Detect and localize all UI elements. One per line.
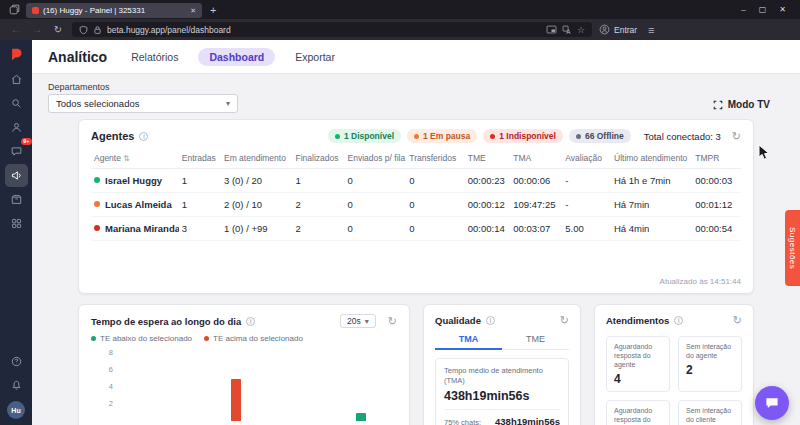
sidebar-item-search[interactable] <box>5 92 28 115</box>
main-area: Analítico Relatórios Dashboard Exportar … <box>32 40 800 425</box>
sort-icon: ⇅ <box>123 154 130 163</box>
refresh-attendance-icon[interactable]: ↻ <box>733 314 742 327</box>
status-badge-unavailable: 1 Indisponível <box>483 129 563 143</box>
huggy-favicon <box>32 7 39 14</box>
chat-bubble-icon <box>764 395 780 411</box>
info-icon[interactable]: i <box>246 317 255 326</box>
sidebar-item-help[interactable] <box>5 350 28 373</box>
agents-table-header-row: Agente⇅ Entradas Em atendimento Finaliza… <box>91 148 741 169</box>
huggy-logo[interactable] <box>7 45 25 63</box>
department-select[interactable]: Todos selecionados ▾ <box>48 94 238 113</box>
translate-icon[interactable] <box>562 25 572 35</box>
tab-exportar[interactable]: Exportar <box>295 51 335 63</box>
column-tma: TMA <box>510 148 562 169</box>
y-axis-tick-label: 6 <box>97 365 113 374</box>
sidebar-item-notifications[interactable] <box>5 374 28 397</box>
p75-label: 75% chats: <box>444 418 481 425</box>
forward-icon[interactable]: → <box>30 22 44 38</box>
shield-icon[interactable] <box>79 25 88 35</box>
lock-icon[interactable] <box>93 25 102 35</box>
page-header: Analítico Relatórios Dashboard Exportar <box>32 40 800 74</box>
cards-area: Agentes i 1 Disponível 1 Em pausa 1 Indi… <box>48 119 784 425</box>
browser-window: (16) Huggy - Painel | 325331 ✕ + – ▢ ✕ ←… <box>0 0 800 425</box>
column-entradas: Entradas <box>179 148 221 169</box>
url-text: beta.huggy.app/panel/dashboard <box>107 25 541 35</box>
attendance-stats-grid: Aguardando resposta do agente 4 Sem inte… <box>606 336 742 425</box>
agent-status-dot <box>94 177 100 183</box>
window-close-button[interactable]: ✕ <box>779 5 786 14</box>
window-maximize-button[interactable]: ▢ <box>759 5 767 14</box>
department-label: Departamentos <box>48 82 238 92</box>
tv-mode-label: Modo TV <box>728 99 770 110</box>
wait-card-title: Tempo de espera ao longo do dia <box>91 316 241 327</box>
info-icon[interactable]: i <box>139 132 148 141</box>
browser-tab[interactable]: (16) Huggy - Painel | 325331 ✕ <box>26 3 202 18</box>
tma-label: Tempo médio de atendimento (TMA) <box>444 366 560 386</box>
column-agente[interactable]: Agente⇅ <box>91 148 179 169</box>
user-avatar[interactable]: Hu <box>7 401 25 419</box>
quality-card-title: Qualidade <box>435 315 481 326</box>
profile-button[interactable]: Entrar <box>599 24 637 35</box>
wait-chart-legend: TE abaixo do selecionado TE acima do sel… <box>91 334 397 343</box>
tv-mode-button[interactable]: Modo TV <box>713 99 784 110</box>
department-filter: Departamentos Todos selecionados ▾ <box>48 82 238 113</box>
column-ultimo-atendimento: Último atendimento <box>611 148 692 169</box>
dashboard-content: Departamentos Todos selecionados ▾ Modo … <box>32 74 800 425</box>
sidebar-item-home[interactable] <box>5 68 28 91</box>
info-icon[interactable]: i <box>486 316 495 325</box>
chevron-down-icon: ▾ <box>365 317 369 326</box>
column-enviados: Enviados p/ fila <box>345 148 407 169</box>
attendance-card-header: Atendimentos i ↻ <box>606 314 742 327</box>
status-badge-offline: 66 Offline <box>569 129 631 143</box>
interval-select[interactable]: 20s▾ <box>340 314 376 328</box>
table-row[interactable]: Israel Huggy 1 3 (0) / 20 1 0 0 00:00:23… <box>91 169 741 193</box>
column-finalizados: Finalizados <box>293 148 345 169</box>
sidebar-item-chats[interactable]: 9+ <box>5 140 28 163</box>
table-row[interactable]: Mariana Miranda 3 1 (0) / +99 2 0 0 00:0… <box>91 217 741 241</box>
picture-in-picture-icon[interactable] <box>546 25 557 34</box>
sidebar-item-catalog[interactable] <box>5 188 28 211</box>
tab-tma[interactable]: TMA <box>435 334 502 350</box>
info-icon[interactable]: i <box>674 316 683 325</box>
tab-close-icon[interactable]: ✕ <box>190 7 196 15</box>
bookmark-star-icon[interactable]: ☆ <box>577 25 585 35</box>
agent-status-dot <box>94 201 100 207</box>
window-controls: – ▢ ✕ <box>741 5 794 14</box>
p75-row: 75% chats: 438h19min56s <box>444 416 560 425</box>
column-tme: TME <box>465 148 511 169</box>
tab-dashboard[interactable]: Dashboard <box>198 48 275 66</box>
chat-count-badge: 9+ <box>21 138 31 145</box>
sidebar-item-apps[interactable] <box>5 212 28 235</box>
column-tmpr: TMPR <box>692 148 741 169</box>
table-row[interactable]: Lucas Almeida 1 2 (0) / 10 2 0 0 00:00:1… <box>91 193 741 217</box>
legend-above-threshold: TE acima do selecionado <box>204 334 303 343</box>
tab-relatorios[interactable]: Relatórios <box>131 51 178 63</box>
attendance-card-title: Atendimentos <box>606 315 669 326</box>
sidebar-item-contacts[interactable] <box>5 116 28 139</box>
refresh-quality-icon[interactable]: ↻ <box>560 314 569 327</box>
back-icon[interactable]: ← <box>9 22 23 38</box>
new-tab-button[interactable]: + <box>210 4 216 16</box>
chart-bar <box>231 379 241 422</box>
suggestions-side-tab[interactable]: Sugestões <box>785 210 800 286</box>
p75-value: 438h19min56s <box>495 416 560 425</box>
quality-card: Qualidade i ↻ TMA TME Tempo médio de ate… <box>423 304 581 425</box>
agents-card-header: Agentes i 1 Disponível 1 Em pausa 1 Indi… <box>91 129 741 143</box>
address-bar[interactable]: beta.huggy.app/panel/dashboard ☆ <box>72 22 592 37</box>
stat-no-agent-interaction: Sem interação do agente 2 <box>678 336 742 392</box>
chat-fab-button[interactable] <box>755 386 789 420</box>
tab-tme[interactable]: TME <box>502 334 569 350</box>
window-minimize-button[interactable]: – <box>741 5 745 14</box>
firefox-view-icon[interactable] <box>6 3 22 17</box>
refresh-agents-icon[interactable]: ↻ <box>732 130 741 143</box>
attendance-card: Atendimentos i ↻ Aguardando resposta do … <box>594 304 754 425</box>
expand-corners-icon <box>713 100 723 110</box>
stat-no-client-interaction: Sem interação do cliente 1 <box>678 400 742 425</box>
status-legend: 1 Disponível 1 Em pausa 1 Indisponível 6… <box>328 129 631 143</box>
refresh-page-icon[interactable]: ↻ <box>51 22 65 38</box>
menu-icon[interactable]: ≡ <box>644 22 658 38</box>
column-transferidos: Transferidos <box>406 148 465 169</box>
refresh-wait-chart-icon[interactable]: ↻ <box>388 315 397 328</box>
agents-table: Agente⇅ Entradas Em atendimento Finaliza… <box>91 148 741 241</box>
sidebar-item-panel-active[interactable] <box>5 164 28 187</box>
